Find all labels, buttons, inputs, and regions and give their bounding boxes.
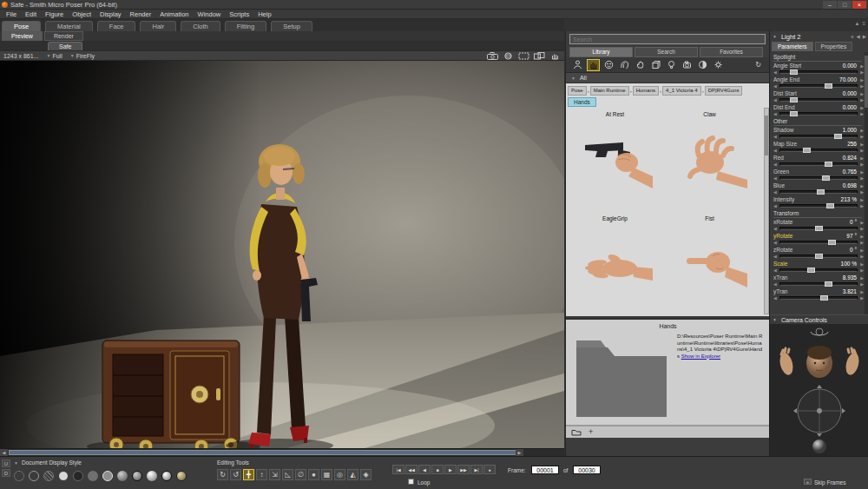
tool-translate-pull[interactable]: ╋ bbox=[243, 469, 254, 480]
lights-category-icon[interactable] bbox=[665, 59, 678, 71]
render-sphere-icon[interactable] bbox=[503, 52, 514, 60]
transport-last-frame[interactable]: ▶| bbox=[470, 465, 483, 474]
dial-left-arrow[interactable]: ◀ bbox=[773, 134, 777, 139]
param-value[interactable]: 0.824 bbox=[843, 155, 857, 161]
transport-first-frame[interactable]: |◀ bbox=[392, 465, 404, 474]
slider-thumb[interactable] bbox=[815, 226, 823, 231]
tab-search[interactable]: Search bbox=[635, 47, 698, 57]
ui-dots-button[interactable]: U bbox=[2, 459, 10, 467]
menu-render[interactable]: Render bbox=[126, 10, 156, 18]
param-slider[interactable] bbox=[779, 149, 858, 152]
tool-taper[interactable]: ◺ bbox=[282, 469, 293, 480]
tab-face[interactable]: Face bbox=[97, 21, 136, 31]
tool-translate-in-out[interactable]: ↕ bbox=[256, 469, 267, 480]
param-menu-icon[interactable]: ▶ bbox=[860, 77, 864, 83]
display-style-texture-shaded[interactable] bbox=[176, 471, 187, 481]
document-tab-safe[interactable]: Safe bbox=[48, 42, 82, 50]
menu-help[interactable]: Help bbox=[253, 10, 275, 18]
open-folder-icon[interactable] bbox=[571, 428, 582, 436]
breadcrumb-main-runtime[interactable]: Main Runtime bbox=[590, 86, 629, 96]
tab-favorites[interactable]: Favorites bbox=[700, 47, 763, 57]
size-mode-dropdown[interactable]: ▼ Full bbox=[46, 53, 62, 59]
tool-scale[interactable]: ⇲ bbox=[269, 469, 280, 480]
slider-thumb[interactable] bbox=[817, 189, 825, 195]
dial-left-arrow[interactable]: ◀ bbox=[773, 148, 777, 153]
slider-thumb[interactable] bbox=[825, 281, 832, 287]
frame-current-input[interactable]: 00001 bbox=[531, 466, 559, 474]
dial-right-arrow[interactable]: ▶ bbox=[860, 203, 864, 208]
pose-item-eaglegrip[interactable]: EagleGrip bbox=[569, 212, 661, 314]
param-menu-icon[interactable]: ▶ bbox=[860, 63, 864, 69]
scroll-left-arrow[interactable]: ◀ bbox=[0, 449, 8, 456]
param-menu-icon[interactable]: ▶ bbox=[860, 128, 864, 133]
slider-thumb[interactable] bbox=[790, 111, 798, 116]
param-menu-icon[interactable]: ▶ bbox=[860, 220, 864, 225]
dial-left-arrow[interactable]: ◀ bbox=[773, 189, 777, 195]
tab-fitting[interactable]: Fitting bbox=[225, 21, 266, 31]
dial-left-arrow[interactable]: ◀ bbox=[773, 203, 777, 208]
maximize-button[interactable]: □ bbox=[838, 1, 852, 9]
param-menu-icon[interactable]: ▶ bbox=[860, 234, 864, 239]
viewport-hscrollbar[interactable]: ◀ ▶ bbox=[0, 448, 564, 456]
menu-scripts[interactable]: Scripts bbox=[225, 10, 253, 18]
show-in-explorer-link[interactable]: Show in Explorer bbox=[681, 354, 720, 359]
param-slider[interactable] bbox=[779, 204, 858, 208]
param-slider[interactable] bbox=[779, 241, 858, 244]
dial-left-arrow[interactable]: ◀ bbox=[773, 83, 777, 89]
param-menu-icon[interactable]: ▶ bbox=[860, 261, 864, 267]
param-slider[interactable] bbox=[779, 84, 858, 88]
dial-right-arrow[interactable]: ▶ bbox=[860, 189, 864, 195]
slider-thumb[interactable] bbox=[803, 148, 811, 153]
dial-right-arrow[interactable]: ▶ bbox=[860, 134, 864, 139]
param-value[interactable]: 0 ° bbox=[850, 247, 857, 253]
doc-dots-button[interactable]: D bbox=[2, 469, 10, 477]
dial-left-arrow[interactable]: ◀ bbox=[773, 162, 777, 167]
tool-direct-manipulation[interactable]: ◈ bbox=[360, 469, 372, 480]
tab-library[interactable]: Library bbox=[569, 47, 633, 57]
cameras-category-icon[interactable] bbox=[681, 59, 694, 71]
prev-element-icon[interactable]: ◀ bbox=[857, 34, 860, 39]
tab-hair[interactable]: Hair bbox=[140, 21, 176, 31]
tab-render[interactable]: Render bbox=[44, 31, 83, 41]
pan-hand-icon[interactable] bbox=[549, 52, 561, 60]
skip-frames-toggle[interactable]: » bbox=[804, 479, 812, 485]
dock-collapse-icon[interactable]: ▲ bbox=[855, 21, 860, 26]
transport-play[interactable]: ▶ bbox=[444, 465, 457, 474]
dial-right-arrow[interactable]: ▶ bbox=[860, 295, 864, 301]
dial-right-arrow[interactable]: ▶ bbox=[860, 148, 864, 153]
param-value[interactable]: 0.000 bbox=[843, 90, 857, 96]
param-slider[interactable] bbox=[779, 98, 858, 102]
param-slider[interactable] bbox=[779, 268, 858, 272]
tool-chain-break[interactable]: ∅ bbox=[295, 469, 306, 480]
frame-total-input[interactable]: 00030 bbox=[573, 466, 601, 474]
display-style-smooth-shaded[interactable] bbox=[147, 471, 157, 481]
param-value[interactable]: 0.765 bbox=[843, 169, 857, 175]
slider-thumb[interactable] bbox=[807, 268, 815, 273]
param-menu-icon[interactable]: ▶ bbox=[860, 91, 864, 96]
slider-thumb[interactable] bbox=[822, 175, 830, 181]
dial-left-arrow[interactable]: ◀ bbox=[773, 240, 777, 245]
transport-record[interactable]: ● bbox=[483, 465, 496, 474]
param-slider[interactable] bbox=[779, 162, 858, 166]
display-style-silhouette[interactable] bbox=[14, 471, 24, 481]
compare-icon[interactable] bbox=[534, 52, 545, 60]
param-slider[interactable] bbox=[779, 296, 858, 300]
slider-thumb[interactable] bbox=[834, 134, 842, 139]
param-slider[interactable] bbox=[779, 282, 858, 286]
dial-right-arrow[interactable]: ▶ bbox=[860, 281, 864, 287]
param-slider[interactable] bbox=[779, 112, 858, 116]
snapshot-camera-icon[interactable] bbox=[487, 52, 498, 60]
slider-thumb[interactable] bbox=[826, 203, 834, 208]
param-slider[interactable] bbox=[779, 176, 858, 180]
selected-element-title[interactable]: Light 2 bbox=[781, 33, 801, 41]
add-item-icon[interactable]: + bbox=[589, 428, 593, 436]
menu-window[interactable]: Window bbox=[194, 10, 226, 18]
menu-animation[interactable]: Animation bbox=[155, 10, 193, 18]
display-style-cartoon[interactable] bbox=[117, 471, 128, 481]
expressions-category-icon[interactable] bbox=[602, 59, 615, 71]
tab-setup[interactable]: Setup bbox=[271, 21, 312, 31]
dial-left-arrow[interactable]: ◀ bbox=[773, 111, 777, 116]
close-button[interactable]: × bbox=[852, 1, 866, 9]
tab-pose[interactable]: Pose bbox=[2, 21, 41, 31]
display-style-flat-lined[interactable] bbox=[102, 471, 113, 481]
